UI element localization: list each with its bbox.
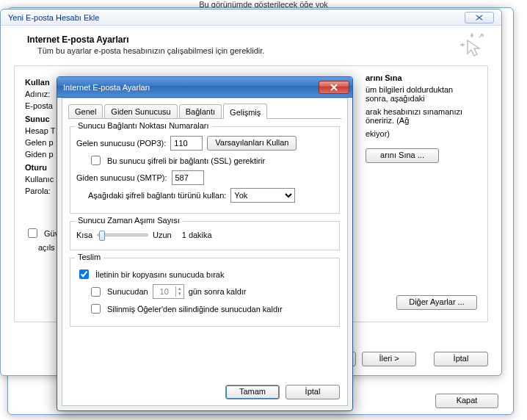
days-value: 10 (153, 287, 175, 296)
incoming-port-input[interactable] (170, 136, 203, 151)
close-icon (473, 14, 485, 21)
outgoing-port-label: Giden sunucusu (SMTP): (76, 173, 167, 182)
more-settings-button[interactable]: Diğer Ayarlar ... (396, 295, 477, 310)
window-titlebar: Yeni E-posta Hesabı Ekle (1, 10, 501, 26)
dialog-title: Internet E-posta Ayarları (63, 83, 150, 92)
leave-copy-checkbox[interactable] (79, 269, 89, 279)
remove-when-deleted-label: Silinmiş Öğeler'den silindiğinde sunucud… (107, 305, 283, 314)
advanced-settings-dialog: Internet E-posta Ayarları Genel Giden Su… (57, 76, 353, 411)
test-settings-title: arını Sına (366, 73, 477, 82)
dialog-close-button[interactable] (319, 81, 349, 94)
chevron-down-icon: ▼ (176, 292, 183, 297)
chevron-up-icon: ▲ (176, 286, 183, 292)
ports-legend: Sunucu Bağlantı Noktası Numaraları (75, 121, 212, 130)
window-close-button[interactable] (465, 12, 494, 23)
slider-thumb-icon (99, 231, 105, 241)
cancel-button[interactable]: İptal (434, 352, 488, 366)
delivery-fieldset: Teslim İletinin bir kopyasını sunucuda b… (70, 258, 340, 327)
timeout-slider[interactable] (97, 233, 148, 236)
spa-checkbox[interactable] (28, 228, 37, 238)
tab-connection[interactable]: Bağlantı (179, 104, 222, 118)
ok-button[interactable]: Tamam (225, 385, 280, 399)
test-account-button[interactable]: arını Sına ... (366, 148, 439, 163)
next-button[interactable]: İleri > (362, 352, 416, 366)
window-title: Yeni E-posta Hesabı Ekle (8, 13, 99, 22)
page-subtitle: Tüm bu ayarlar e-posta hesabınızın çalış… (37, 46, 488, 55)
remove-after-days-checkbox[interactable] (91, 287, 101, 297)
cursor-icon (459, 32, 485, 59)
timeout-legend: Sunucu Zaman Aşımı Sayısı (75, 216, 183, 225)
timeout-long-label: Uzun (153, 231, 172, 239)
encryption-type-label: Aşağıdaki şifreli bağlantı türünü kullan… (88, 191, 226, 200)
outgoing-port-input[interactable] (172, 170, 204, 185)
dialog-cancel-button[interactable]: İptal (286, 385, 340, 399)
tab-advanced[interactable]: Gelişmiş (223, 104, 267, 119)
close-button[interactable]: Kapat (435, 394, 498, 408)
tab-outgoing-server[interactable]: Giden Sunucusu (104, 104, 177, 118)
timeout-short-label: Kısa (76, 231, 92, 239)
ssl-required-label: Bu sunucu şifreli bir bağlantı (SSL) ger… (107, 156, 265, 165)
delivery-legend: Teslim (75, 253, 103, 261)
ports-fieldset: Sunucu Bağlantı Noktası Numaraları Gelen… (70, 126, 340, 214)
remove-when-deleted-checkbox[interactable] (91, 304, 101, 314)
test-settings-text3: ekiyor) (366, 129, 477, 138)
use-defaults-button[interactable]: Varsayılanları Kullan (207, 136, 297, 151)
encryption-type-select[interactable]: Yok (230, 188, 295, 203)
days-spinner[interactable]: 10 ▲▼ (153, 284, 184, 299)
remove-after-days-label2: gün sonra kaldır (189, 287, 247, 296)
ssl-required-checkbox[interactable] (91, 156, 101, 165)
remove-after-days-label1: Sunucudan (107, 287, 148, 296)
test-settings-text1: üm bilgileri doldurduktan sonra, aşağıda… (366, 85, 477, 103)
dialog-titlebar: Internet E-posta Ayarları (57, 77, 352, 98)
timeout-fieldset: Sunucu Zaman Aşımı Sayısı Kısa Uzun 1 da… (70, 221, 340, 250)
leave-copy-label: İletinin bir kopyasını sunucuda bırak (95, 270, 225, 279)
timeout-value: 1 dakika (182, 231, 212, 239)
tabstrip: Genel Giden Sunucusu Bağlantı Gelişmiş (68, 103, 341, 119)
page-title: Internet E-posta Ayarları (27, 35, 488, 45)
incoming-port-label: Gelen sunucusu (POP3): (76, 139, 166, 148)
tab-general[interactable]: Genel (68, 104, 103, 118)
close-icon (329, 84, 339, 91)
test-settings-text2: arak hesabınızı sınamanızı öneririz. (Ağ (366, 107, 477, 125)
